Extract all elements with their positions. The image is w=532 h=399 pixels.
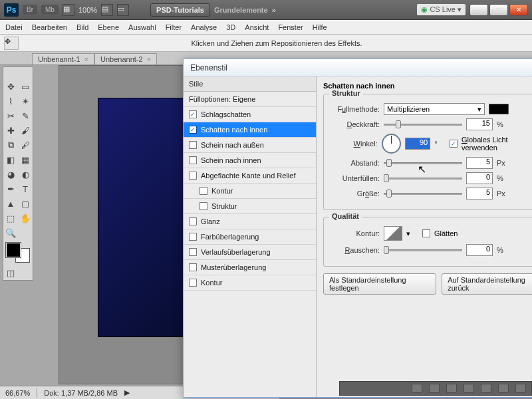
dodge-tool-icon[interactable]: ◐ bbox=[18, 167, 33, 182]
choke-input[interactable]: 0 bbox=[466, 172, 493, 184]
workspace-basic[interactable]: Grundelemente bbox=[214, 6, 268, 14]
checkbox-icon[interactable] bbox=[189, 248, 197, 256]
style-row[interactable]: Schein nach außen bbox=[184, 138, 316, 153]
checkbox-icon[interactable]: ✓ bbox=[189, 126, 197, 134]
doc-tab-2[interactable]: Unbenannt-2× bbox=[94, 53, 157, 65]
marquee-tool-icon[interactable]: ▭ bbox=[18, 79, 33, 94]
link-icon[interactable] bbox=[412, 384, 422, 393]
new-icon[interactable] bbox=[498, 384, 509, 393]
history-tool-icon[interactable]: 🖋 bbox=[18, 138, 33, 152]
bridge-pill[interactable]: Br bbox=[23, 5, 37, 15]
eyedropper-tool-icon[interactable]: ✎ bbox=[18, 108, 33, 123]
color-swatch[interactable] bbox=[489, 104, 509, 114]
arrange-icon[interactable]: ▤ bbox=[101, 4, 113, 16]
angle-input[interactable]: 90 bbox=[405, 138, 431, 150]
move-tool-icon[interactable]: ✥ bbox=[4, 37, 19, 50]
chevron-right-icon[interactable]: ▶ bbox=[124, 388, 130, 397]
close-icon[interactable]: × bbox=[84, 55, 88, 63]
noise-input[interactable]: 0 bbox=[466, 244, 493, 256]
color-swatches[interactable] bbox=[5, 241, 31, 264]
style-row[interactable]: Musterüberlagerung bbox=[184, 260, 316, 275]
checkbox-icon[interactable] bbox=[189, 233, 197, 241]
opacity-slider[interactable] bbox=[384, 120, 462, 129]
menu-select[interactable]: Auswahl bbox=[128, 23, 156, 31]
blur-tool-icon[interactable]: ◕ bbox=[3, 167, 18, 182]
checkbox-icon[interactable] bbox=[189, 217, 197, 225]
minimize-button[interactable]: — bbox=[469, 4, 488, 16]
reset-default-button[interactable]: Auf Standardeinstellung zurück bbox=[442, 273, 532, 295]
fx-icon[interactable] bbox=[429, 384, 440, 393]
style-row[interactable]: ✓Schlagschatten bbox=[184, 107, 316, 122]
checkbox-icon[interactable] bbox=[200, 202, 207, 210]
global-light-checkbox[interactable]: ✓ bbox=[450, 140, 458, 148]
style-row[interactable]: Kontur bbox=[184, 184, 316, 199]
menu-3d[interactable]: 3D bbox=[226, 23, 235, 31]
distance-slider[interactable] bbox=[384, 158, 462, 168]
checkbox-icon[interactable] bbox=[189, 141, 197, 149]
menu-window[interactable]: Fenster bbox=[278, 23, 303, 31]
close-icon[interactable]: × bbox=[147, 55, 151, 63]
close-button[interactable]: ✕ bbox=[509, 4, 528, 16]
screen-mode-icon[interactable]: ▭ bbox=[117, 4, 129, 16]
heal-tool-icon[interactable]: ✚ bbox=[3, 123, 18, 138]
contour-picker[interactable] bbox=[384, 226, 402, 241]
move-tool-icon[interactable]: ✥ bbox=[3, 79, 18, 94]
folder-icon[interactable] bbox=[481, 384, 491, 393]
workspace-icon[interactable]: ▦ bbox=[63, 4, 74, 16]
workspace-more-icon[interactable]: » bbox=[272, 6, 276, 14]
checkbox-icon[interactable] bbox=[189, 156, 197, 164]
angle-dial[interactable] bbox=[382, 134, 401, 154]
distance-input[interactable]: 5 bbox=[466, 157, 493, 169]
gradient-tool-icon[interactable]: ▦ bbox=[18, 152, 33, 167]
antialias-checkbox[interactable] bbox=[422, 229, 430, 237]
styles-header[interactable]: Stile bbox=[184, 76, 316, 92]
menu-file[interactable]: Datei bbox=[5, 23, 23, 31]
style-row[interactable]: Schein nach innen bbox=[184, 153, 316, 168]
style-row[interactable]: Struktur bbox=[184, 199, 316, 214]
choke-slider[interactable] bbox=[384, 174, 462, 183]
menu-view[interactable]: Ansicht bbox=[245, 23, 269, 31]
status-zoom[interactable]: 66,67% bbox=[5, 389, 30, 397]
noise-slider[interactable] bbox=[384, 245, 462, 255]
quickmask-icon[interactable]: ◫ bbox=[3, 265, 18, 280]
dialog-title[interactable]: Ebenenstil bbox=[184, 59, 532, 76]
save-default-button[interactable]: Als Standardeinstellung festlegen bbox=[323, 273, 436, 295]
cs-live-button[interactable]: ◉CS Live ▾ bbox=[417, 4, 466, 15]
style-row[interactable]: Farbüberlagerung bbox=[184, 229, 316, 245]
menu-analyze[interactable]: Analyse bbox=[191, 23, 217, 31]
style-row[interactable]: ✓Schatten nach innen bbox=[184, 122, 316, 138]
pen-tool-icon[interactable]: ✒ bbox=[3, 182, 18, 196]
checkbox-icon[interactable] bbox=[200, 187, 207, 195]
eraser-tool-icon[interactable]: ◧ bbox=[3, 152, 18, 167]
opacity-input[interactable]: 15 bbox=[466, 118, 493, 130]
fill-options[interactable]: Fülloptionen: Eigene bbox=[184, 92, 316, 107]
shape-tool-icon[interactable]: ▢ bbox=[18, 196, 33, 211]
trash-icon[interactable] bbox=[515, 384, 526, 393]
menu-help[interactable]: Hilfe bbox=[313, 23, 327, 31]
style-row[interactable]: Abgeflachte Kante und Relief bbox=[184, 168, 316, 184]
zoom-tool-icon[interactable]: 🔍 bbox=[3, 225, 18, 240]
checkbox-icon[interactable] bbox=[189, 263, 197, 271]
type-tool-icon[interactable]: T bbox=[18, 182, 33, 196]
menu-filter[interactable]: Filter bbox=[166, 23, 182, 31]
adjustment-icon[interactable] bbox=[464, 384, 474, 393]
stamp-tool-icon[interactable]: ⧉ bbox=[3, 138, 18, 152]
3d-tool-icon[interactable]: ⬚ bbox=[3, 211, 18, 225]
menu-image[interactable]: Bild bbox=[76, 23, 88, 31]
menu-edit[interactable]: Bearbeiten bbox=[32, 23, 67, 31]
mask-icon[interactable] bbox=[446, 384, 457, 393]
maximize-button[interactable]: ◻ bbox=[489, 4, 508, 16]
blend-mode-select[interactable]: Multiplizieren▾ bbox=[384, 103, 485, 115]
style-row[interactable]: Verlaufsüberlagerung bbox=[184, 245, 316, 260]
status-doc[interactable]: Dok: 1,37 MB/2,86 MB bbox=[44, 389, 118, 397]
size-slider[interactable] bbox=[384, 189, 462, 198]
brush-tool-icon[interactable]: 🖌 bbox=[18, 123, 33, 138]
lasso-tool-icon[interactable]: ⌇ bbox=[3, 94, 18, 108]
wand-tool-icon[interactable]: ✴ bbox=[18, 94, 33, 108]
crop-tool-icon[interactable]: ✂ bbox=[3, 108, 18, 123]
checkbox-icon[interactable]: ✓ bbox=[189, 110, 197, 118]
hand-tool-icon[interactable]: ✋ bbox=[18, 211, 33, 225]
menu-layer[interactable]: Ebene bbox=[98, 23, 119, 31]
checkbox-icon[interactable] bbox=[189, 172, 197, 180]
minibridge-pill[interactable]: Mb bbox=[41, 5, 59, 15]
